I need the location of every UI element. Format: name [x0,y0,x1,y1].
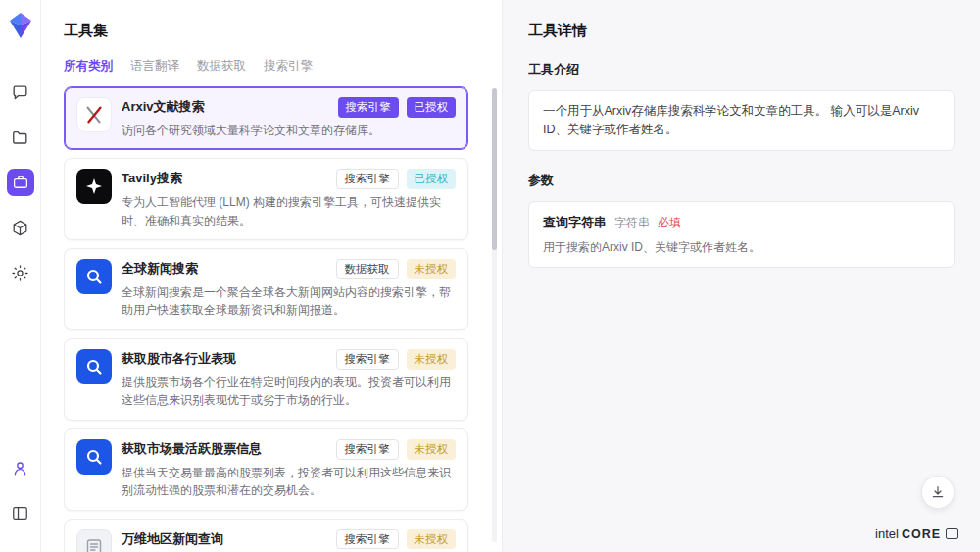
param-type: 字符串 [614,214,650,231]
category-badge: 搜索引擎 [336,349,399,370]
tool-card[interactable]: 获取市场最活跃股票信息 搜索引擎 未授权 提供当天交易量最高的股票列表，投资者可… [64,428,468,511]
app-logo-icon [8,12,33,39]
param-description: 用于搜索的Arxiv ID、关键字或作者姓名。 [543,238,940,256]
tool-card[interactable]: 获取股市各行业表现 搜索引擎 未授权 提供股票市场各个行业在特定时间段内的表现。… [64,338,468,421]
tool-list-panel: 工具集 所有类别 语言翻译 数据获取 搜索引擎 Arxiv文献搜索 搜索引擎 已… [41,0,502,552]
tool-card[interactable]: Arxiv文献搜索 搜索引擎 已授权 访问各个研究领域大量科学论文和文章的存储库… [64,86,468,150]
auth-status-badge: 未授权 [407,439,457,460]
tool-icon [76,97,112,132]
nav-folder-icon[interactable] [7,124,34,151]
tool-badges: 搜索引擎 已授权 [330,97,457,118]
search-service-logo-icon [84,357,104,376]
page-title: 工具集 [64,22,502,40]
category-badge: 搜索引擎 [336,439,399,460]
tool-name: Tavily搜索 [122,169,182,188]
tab-language-translation[interactable]: 语言翻译 [130,58,179,75]
tool-icon [76,349,112,384]
auth-status-badge: 已授权 [407,97,457,118]
nav-chat-icon[interactable] [7,78,34,106]
tool-name: 万维地区新闻查询 [122,529,223,549]
param-name: 查询字符串 [543,213,607,232]
category-badge: 搜索引擎 [336,529,399,550]
category-badge: 搜索引擎 [336,169,399,189]
auth-status-badge: 未授权 [407,529,457,550]
nav-package-icon[interactable] [7,214,34,241]
tool-description: 提供股票市场各个行业在特定时间段内的表现。投资者可以利用这些信息来识别表现优于或… [122,374,456,410]
auth-status-badge: 未授权 [407,349,457,370]
tool-description: 全球新闻搜索是一个聚合全球各大新闻网站内容的搜索引擎，帮助用户快速获取全球最新资… [122,283,456,320]
tab-search-engine[interactable]: 搜索引擎 [264,58,313,75]
core-wordmark: CORE [902,527,941,541]
tool-icon [76,439,112,475]
nav-panel-toggle-icon[interactable] [7,499,34,527]
tool-card[interactable]: 全球新闻搜索 数据获取 未授权 全球新闻搜索是一个聚合全球各大新闻网站内容的搜索… [64,248,468,330]
intel-core-logo: intel CORE [875,527,958,541]
nav-user-icon[interactable] [7,454,34,481]
tool-card[interactable]: Tavily搜索 搜索引擎 已授权 专为人工智能代理 (LLM) 构建的搜索引擎… [64,158,468,240]
tool-name: 全球新闻搜索 [122,259,198,278]
tool-badges: 搜索引擎 未授权 [328,529,457,550]
scrollbar[interactable] [492,88,497,542]
detail-title: 工具详情 [528,22,955,40]
tool-card-body: 万维地区新闻查询 搜索引擎 未授权 查询具体行政区划内的新闻，快速了解各地新闻动… [122,529,456,552]
tool-card[interactable]: 万维地区新闻查询 搜索引擎 未授权 查询具体行政区划内的新闻，快速了解各地新闻动… [64,519,468,552]
scrollbar-thumb[interactable] [492,88,497,250]
tab-data-fetch[interactable]: 数据获取 [197,58,246,75]
download-button[interactable] [921,476,955,509]
search-service-logo-icon [84,447,104,467]
tool-card-body: 获取股市各行业表现 搜索引擎 未授权 提供股票市场各个行业在特定时间段内的表现。… [122,349,456,410]
tool-card-header: 获取股市各行业表现 搜索引擎 未授权 [122,349,456,370]
arxiv-logo-icon [83,104,105,125]
param-required-badge: 必填 [658,214,681,231]
tool-icon [76,529,112,552]
tool-name: Arxiv文献搜索 [122,97,205,117]
tool-description: 专为人工智能代理 (LLM) 构建的搜索引擎工具，可快速提供实时、准确和真实的结… [122,193,456,229]
news-document-icon [84,537,104,552]
nav-settings-icon[interactable] [7,259,34,286]
intro-text: 一个用于从Arxiv存储库搜索科学论文和文章的工具。 输入可以是Arxiv ID… [543,104,919,136]
tool-card-body: 获取市场最活跃股票信息 搜索引擎 未授权 提供当天交易量最高的股票列表，投资者可… [122,439,456,500]
intel-chip-badge-icon [946,528,958,539]
tool-card-body: 全球新闻搜索 数据获取 未授权 全球新闻搜索是一个聚合全球各大新闻网站内容的搜索… [122,259,456,320]
tool-icon [76,169,112,204]
tool-detail-panel: 工具详情 工具介绍 一个用于从Arxiv存储库搜索科学论文和文章的工具。 输入可… [502,0,980,552]
tool-list: Arxiv文献搜索 搜索引擎 已授权 访问各个研究领域大量科学论文和文章的存储库… [64,86,502,552]
tool-card-header: 万维地区新闻查询 搜索引擎 未授权 [122,529,456,550]
intro-section-title: 工具介绍 [528,61,955,78]
tool-card-header: Arxiv文献搜索 搜索引擎 已授权 [122,97,456,118]
app-window: 工具集 所有类别 语言翻译 数据获取 搜索引擎 Arxiv文献搜索 搜索引擎 已… [0,0,980,552]
intro-box: 一个用于从Arxiv存储库搜索科学论文和文章的工具。 输入可以是Arxiv ID… [528,90,955,151]
tool-icon [76,259,112,294]
auth-status-badge: 未授权 [407,259,457,279]
search-service-logo-icon [84,267,104,286]
params-section-title: 参数 [528,172,955,189]
tool-description: 访问各个研究领域大量科学论文和文章的存储库。 [122,122,456,140]
tool-badges: 搜索引擎 未授权 [328,439,457,460]
tool-badges: 搜索引擎 已授权 [328,169,457,189]
tool-card-header: 获取市场最活跃股票信息 搜索引擎 未授权 [122,439,456,460]
tool-badges: 数据获取 未授权 [328,259,457,279]
param-header: 查询字符串 字符串 必填 [543,213,940,232]
intel-wordmark: intel [875,527,899,541]
tool-badges: 搜索引擎 未授权 [328,349,457,370]
category-tabs: 所有类别 语言翻译 数据获取 搜索引擎 [64,58,502,75]
tool-name: 获取市场最活跃股票信息 [122,439,262,459]
param-box: 查询字符串 字符串 必填 用于搜索的Arxiv ID、关键字或作者姓名。 [528,201,955,269]
tool-card-header: Tavily搜索 搜索引擎 已授权 [122,169,456,189]
category-badge: 数据获取 [336,259,399,279]
category-badge: 搜索引擎 [338,97,399,118]
sidebar [0,0,41,552]
nav-toolbox-icon[interactable] [7,169,34,196]
tool-name: 获取股市各行业表现 [122,349,236,369]
tool-card-body: Arxiv文献搜索 搜索引擎 已授权 访问各个研究领域大量科学论文和文章的存储库… [122,97,456,139]
download-icon [930,484,946,500]
auth-status-badge: 已授权 [407,169,457,189]
tab-all-categories[interactable]: 所有类别 [64,58,113,75]
tavily-logo-icon [84,176,104,196]
tool-description: 提供当天交易量最高的股票列表，投资者可以利用这些信息来识别流动性强的股票和潜在的… [122,464,456,500]
tool-card-header: 全球新闻搜索 数据获取 未授权 [122,259,456,279]
tool-card-body: Tavily搜索 搜索引擎 已授权 专为人工智能代理 (LLM) 构建的搜索引擎… [122,169,456,229]
